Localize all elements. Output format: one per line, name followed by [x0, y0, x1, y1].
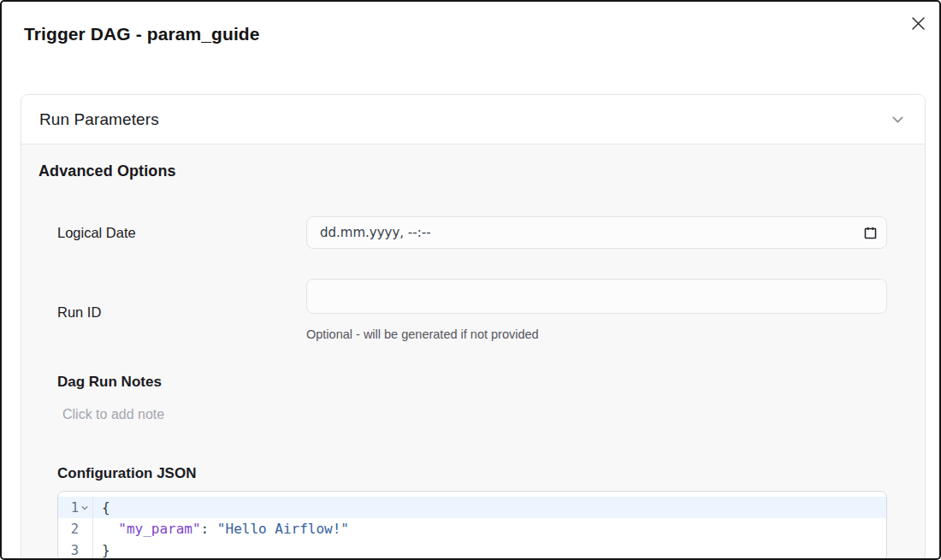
calendar-picker-button[interactable]	[862, 225, 878, 240]
json-string-value: "Hello Airflow!"	[217, 521, 349, 537]
configuration-json-label: Configuration JSON	[57, 463, 887, 484]
trigger-form: Logical Date	[57, 216, 887, 560]
run-parameters-card: Run Parameters Advanced Options Logical …	[21, 94, 926, 560]
run-parameters-header[interactable]: Run Parameters	[21, 95, 925, 144]
line-number: 2	[71, 522, 79, 537]
json-property-key: "my_param"	[118, 521, 200, 537]
run-id-helper-text: Optional - will be generated if not prov…	[306, 326, 887, 343]
close-button[interactable]	[907, 12, 929, 34]
run-id-input[interactable]	[306, 279, 887, 314]
chevron-down-icon	[889, 110, 907, 128]
calendar-icon	[863, 226, 878, 240]
advanced-options-section: Advanced Options Logical Date	[21, 144, 925, 560]
code-line: "my_param": "Hello Airflow!"	[93, 521, 349, 537]
json-close-brace: }	[102, 542, 110, 558]
run-id-input-col: Optional - will be generated if not prov…	[306, 279, 887, 343]
logical-date-label-col: Logical Date	[57, 223, 306, 242]
logical-date-input-col	[306, 216, 887, 249]
json-indent	[102, 521, 118, 537]
trigger-dag-dialog: Trigger DAG - param_guide Run Parameters…	[0, 0, 941, 560]
advanced-options-heading: Advanced Options	[38, 161, 887, 181]
logical-date-input[interactable]	[306, 216, 887, 249]
run-id-label: Run ID	[57, 303, 101, 321]
json-open-brace: {	[102, 499, 110, 516]
run-id-label-col: Run ID	[57, 279, 306, 298]
logical-date-label: Logical Date	[57, 225, 136, 240]
code-line: }	[93, 542, 110, 558]
editor-gutter: 3	[58, 539, 93, 560]
json-editor[interactable]: 1 { 2	[57, 491, 887, 560]
editor-gutter: 1	[58, 497, 93, 518]
run-parameters-label: Run Parameters	[39, 110, 159, 129]
fold-slot-empty	[79, 523, 91, 535]
code-line: {	[93, 499, 110, 516]
dialog-header: Trigger DAG - param_guide	[2, 2, 939, 46]
editor-line-2: 2 "my_param": "Hello Airflow!"	[58, 518, 886, 539]
line-number: 1	[71, 500, 79, 516]
fold-slot-empty	[79, 545, 91, 557]
editor-gutter: 2	[58, 518, 93, 539]
dialog-title: Trigger DAG - param_guide	[24, 22, 917, 46]
logical-date-row: Logical Date	[57, 216, 887, 249]
json-separator: :	[201, 521, 217, 537]
run-id-row: Run ID Optional - will be generated if n…	[57, 279, 887, 343]
line-number: 3	[71, 543, 79, 558]
fold-chevron-icon[interactable]	[79, 502, 91, 514]
add-note-button[interactable]: Click to add note	[57, 404, 164, 425]
close-icon	[911, 16, 926, 31]
editor-line-3: 3 }	[58, 539, 886, 560]
dag-run-notes-label: Dag Run Notes	[57, 372, 887, 392]
editor-line-1: 1 {	[58, 497, 886, 518]
